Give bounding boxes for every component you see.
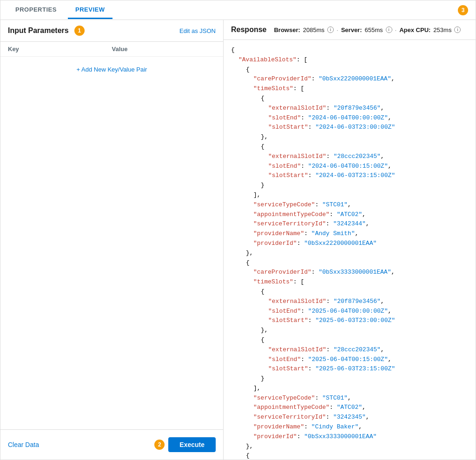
json-line: "serviceTerritoryId": "3242344", — [231, 219, 468, 229]
apex-timing-value: 253ms — [433, 26, 451, 33]
apex-timing-label: Apex CPU: — [399, 26, 430, 33]
left-panel-header: Input Parameters 1 Edit as JSON — [0, 20, 223, 42]
json-line: "providerName": "Cindy Baker", — [231, 422, 468, 432]
json-line: "slotEnd": "2024-06-04T00:00:00Z", — [231, 113, 468, 123]
server-timing-label: Server: — [341, 26, 362, 33]
value-column-header: Value — [112, 46, 216, 53]
json-line: "timeSlots": [ — [231, 84, 468, 94]
add-key-value-button[interactable]: + Add New Key/Value Pair — [77, 66, 147, 73]
json-line: { — [231, 258, 468, 268]
json-line: "slotEnd": "2025-06-04T00:15:00Z", — [231, 355, 468, 365]
json-line: "externalSlotId": "20f879e3456", — [231, 104, 468, 113]
tab-bar: PROPERTIES PREVIEW 3 — [0, 0, 476, 20]
json-line: { — [231, 94, 468, 104]
key-column-header: Key — [8, 46, 112, 53]
json-line: "appointmentTypeCode": "ATC02", — [231, 210, 468, 220]
input-params-badge: 1 — [74, 26, 85, 36]
json-line: "slotStart": "2025-06-03T23:00:00Z" — [231, 316, 468, 326]
json-line: "serviceTypeCode": "STC01", — [231, 394, 468, 403]
json-line: "providerId": "0bSxx3333000001EAA" — [231, 432, 468, 442]
main-layout: Input Parameters 1 Edit as JSON Key Valu… — [0, 20, 476, 460]
json-line: { — [231, 65, 468, 75]
json-line: "serviceTypeCode": "STC01", — [231, 200, 468, 210]
app-container: PROPERTIES PREVIEW 3 Input Parameters 1 … — [0, 0, 476, 460]
json-line: }, — [231, 249, 468, 258]
clear-data-button[interactable]: Clear Data — [8, 441, 39, 448]
add-pair-area: + Add New Key/Value Pair — [0, 57, 223, 429]
json-line: "timeSlots": [ — [231, 277, 468, 287]
server-timing-value: 655ms — [365, 26, 383, 33]
server-info-icon[interactable]: i — [386, 26, 392, 33]
right-panel-header: Response Browser: 2085ms i · Server: 655… — [224, 20, 476, 40]
browser-timing-label: Browser: — [274, 26, 300, 33]
json-line: ], — [231, 191, 468, 200]
tab-badge-3: 3 — [458, 5, 468, 15]
edit-as-json-link[interactable]: Edit as JSON — [179, 27, 216, 34]
json-line: "slotStart": "2025-06-03T23:15:00Z" — [231, 364, 468, 374]
json-line: "slotEnd": "2024-06-04T00:15:00Z", — [231, 162, 468, 171]
json-line: "externalSlotId": "28ccc202345", — [231, 345, 468, 355]
json-line: "slotStart": "2024-06-03T23:15:00Z" — [231, 171, 468, 181]
left-panel: Input Parameters 1 Edit as JSON Key Valu… — [0, 20, 224, 460]
apex-info-icon[interactable]: i — [454, 26, 461, 33]
json-line: "providerId": "0bSxx2220000001EAA" — [231, 239, 468, 249]
json-line: } — [231, 374, 468, 384]
json-line: "providerName": "Andy Smith", — [231, 229, 468, 239]
browser-timing-value: 2085ms — [303, 26, 324, 33]
browser-info-icon[interactable]: i — [327, 26, 334, 33]
json-line: "appointmentTypeCode": "ATC02", — [231, 403, 468, 413]
tab-properties[interactable]: PROPERTIES — [8, 1, 64, 19]
right-panel: Response Browser: 2085ms i · Server: 655… — [224, 20, 476, 460]
json-line: "careProviderId": "0bSxx2220000001EAA", — [231, 74, 468, 84]
json-line: "externalSlotId": "20f879e3456", — [231, 297, 468, 307]
left-panel-footer: Clear Data 2 Execute — [0, 429, 223, 460]
tab-preview[interactable]: PREVIEW — [68, 1, 112, 19]
json-line: { — [231, 451, 468, 460]
json-line: "serviceTerritoryId": "3242345", — [231, 413, 468, 422]
json-line: "slotEnd": "2025-06-04T00:00:00Z", — [231, 307, 468, 316]
json-line: "slotStart": "2024-06-03T23:00:00Z" — [231, 123, 468, 132]
json-line: "AvailableSlots": [ — [231, 55, 468, 65]
json-line: }, — [231, 442, 468, 452]
key-value-header: Key Value — [0, 42, 223, 57]
json-viewer[interactable]: {"AvailableSlots": [{"careProviderId": "… — [224, 40, 476, 460]
response-label: Response — [231, 26, 266, 34]
json-line: { — [231, 287, 468, 297]
json-line: }, — [231, 326, 468, 335]
json-line: "externalSlotId": "28ccc202345", — [231, 152, 468, 162]
json-line: { — [231, 142, 468, 152]
json-line: "careProviderId": "0bSxx3333000001EAA", — [231, 268, 468, 277]
json-line: }, — [231, 132, 468, 142]
json-line: { — [231, 46, 468, 55]
execute-button[interactable]: Execute — [168, 437, 216, 452]
execute-badge: 2 — [154, 440, 165, 450]
json-line: ], — [231, 384, 468, 394]
json-line: } — [231, 181, 468, 191]
input-parameters-title: Input Parameters 1 — [8, 26, 85, 36]
json-line: { — [231, 335, 468, 345]
timing-info: Browser: 2085ms i · Server: 655ms i · Ap… — [274, 26, 461, 33]
